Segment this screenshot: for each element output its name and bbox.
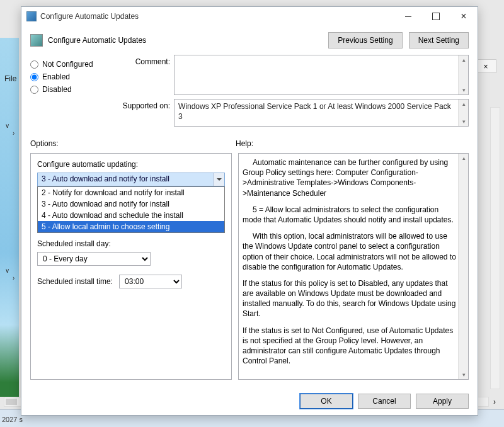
supported-on-value: Windows XP Professional Service Pack 1 o… xyxy=(175,100,468,124)
dropdown-option[interactable]: 4 - Auto download and schedule the insta… xyxy=(38,210,224,221)
supported-on-label: Supported on: xyxy=(112,99,174,127)
comment-value xyxy=(175,55,468,60)
configure-updating-label: Configure automatic updating: xyxy=(37,160,225,169)
tree-chevron-icon[interactable]: › xyxy=(13,130,14,137)
close-button[interactable]: × xyxy=(450,7,478,26)
scroll-right-icon[interactable]: › xyxy=(490,397,500,406)
scroll-down-icon[interactable]: ▾ xyxy=(459,370,469,379)
dropdown-option[interactable]: 2 - Notify for download and notify for i… xyxy=(38,187,224,198)
maximize-button[interactable] xyxy=(422,7,450,26)
radio-not-configured[interactable]: Not Configured xyxy=(30,60,112,69)
apply-button[interactable]: Apply xyxy=(416,394,469,409)
configure-updating-dropdown[interactable]: 2 - Notify for download and notify for i… xyxy=(37,186,225,233)
scroll-up-icon[interactable]: ▴ xyxy=(459,100,469,108)
textarea-scrollbar[interactable]: ▴ ▾ xyxy=(458,55,468,94)
state-radio-group: Not Configured Enabled Disabled xyxy=(30,55,112,130)
combo-value[interactable]: 3 - Auto download and notify for install xyxy=(37,173,225,186)
chevron-down-icon[interactable] xyxy=(213,173,224,186)
scroll-down-icon[interactable]: ▾ xyxy=(459,86,469,94)
ok-button[interactable]: OK xyxy=(300,394,353,409)
gpo-setting-dialog: Configure Automatic Updates × Configure … xyxy=(21,6,478,416)
help-scrollbar[interactable]: ▴ ▾ xyxy=(458,154,468,379)
scrollbar-thumb[interactable] xyxy=(6,399,17,405)
wallpaper-strip xyxy=(0,38,19,397)
bg-file-menu[interactable]: File xyxy=(4,74,16,83)
help-paragraph: With this option, local administrators w… xyxy=(243,231,457,272)
tree-chevron-icon[interactable]: ∨ xyxy=(5,122,9,129)
previous-setting-button[interactable]: Previous Setting xyxy=(328,32,402,48)
radio-disabled[interactable]: Disabled xyxy=(30,85,112,94)
radio-enabled[interactable]: Enabled xyxy=(30,72,112,81)
radio-enabled-input[interactable] xyxy=(30,73,38,81)
help-text-body[interactable]: Automatic maintenance can be further con… xyxy=(243,157,457,375)
options-section-label: Options: xyxy=(30,139,236,148)
options-panel: Configure automatic updating: 3 - Auto d… xyxy=(30,153,232,380)
titlebar[interactable]: Configure Automatic Updates × xyxy=(21,7,478,26)
dropdown-option[interactable]: 5 - Allow local admin to choose setting xyxy=(38,221,224,232)
scroll-up-icon[interactable]: ▴ xyxy=(459,55,469,64)
bg-vertical-scrollbar[interactable] xyxy=(490,107,500,389)
help-paragraph: If the status for this policy is set to … xyxy=(243,278,457,319)
bg-window-close[interactable]: × xyxy=(475,59,496,73)
policy-icon xyxy=(30,34,43,47)
scheduled-day-label: Scheduled install day: xyxy=(37,239,225,248)
dropdown-option[interactable]: 3 - Auto download and notify for install xyxy=(38,198,224,210)
next-setting-button[interactable]: Next Setting xyxy=(409,32,469,48)
help-panel: Automatic maintenance can be further con… xyxy=(238,153,469,380)
scheduled-time-label: Scheduled install time: xyxy=(37,277,113,286)
help-paragraph: Automatic maintenance can be further con… xyxy=(243,157,457,198)
radio-label: Disabled xyxy=(42,85,72,94)
window-title: Configure Automatic Updates xyxy=(40,12,394,21)
radio-disabled-input[interactable] xyxy=(30,86,38,94)
scheduled-day-select[interactable]: 0 - Every day xyxy=(37,252,151,266)
supported-on-textarea: Windows XP Professional Service Pack 1 o… xyxy=(174,99,469,127)
scroll-down-icon[interactable]: ▾ xyxy=(459,117,469,126)
scheduled-time-select[interactable]: 03:00 xyxy=(119,275,182,288)
comment-textarea[interactable]: ▴ ▾ xyxy=(174,55,469,95)
cancel-button[interactable]: Cancel xyxy=(358,394,411,409)
policy-subtitle: Configure Automatic Updates xyxy=(48,36,322,45)
window-icon xyxy=(26,11,37,21)
radio-label: Not Configured xyxy=(42,60,93,69)
radio-not-configured-input[interactable] xyxy=(30,60,38,69)
textarea-scrollbar[interactable]: ▴ ▾ xyxy=(458,100,468,126)
comment-label: Comment: xyxy=(112,55,174,95)
statusbar-text: 2027 s xyxy=(2,416,23,423)
help-section-label: Help: xyxy=(236,139,253,148)
tree-chevron-icon[interactable]: › xyxy=(13,275,14,282)
scroll-up-icon[interactable]: ▴ xyxy=(459,154,469,162)
minimize-button[interactable] xyxy=(394,7,422,26)
help-paragraph: If the status is set to Not Configured, … xyxy=(243,326,457,367)
configure-updating-combo[interactable]: 3 - Auto download and notify for install… xyxy=(37,173,225,186)
tree-chevron-icon[interactable]: ∨ xyxy=(5,267,9,274)
radio-label: Enabled xyxy=(42,72,70,81)
help-paragraph: 5 = Allow local administrators to select… xyxy=(243,205,457,225)
